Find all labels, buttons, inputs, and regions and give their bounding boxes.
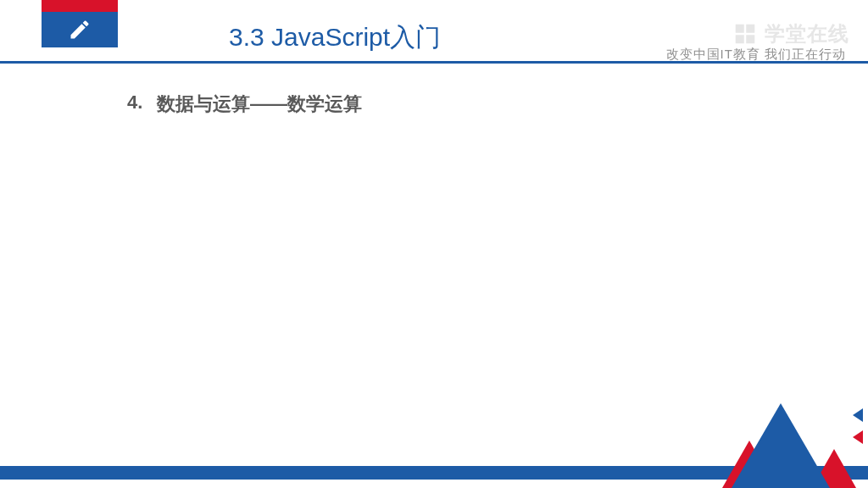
content-text: 数据与运算——数学运算 — [157, 92, 362, 117]
decor-triangle-blue — [732, 403, 830, 488]
header-red-accent — [42, 0, 118, 12]
content-heading: 4. 数据与运算——数学运算 — [127, 92, 362, 117]
content-number: 4. — [127, 92, 157, 117]
pencil-icon — [68, 18, 92, 42]
watermark-text: 学堂在线 — [765, 20, 849, 47]
watermark: 学堂在线 — [732, 20, 849, 47]
page-title: 3.3 JavaScript入门 — [229, 20, 441, 55]
decor-arrow-red — [853, 430, 863, 444]
header-blue-tab — [42, 12, 118, 47]
decor-arrow-blue — [853, 408, 863, 422]
header-underline-main — [142, 61, 868, 64]
header-underline-left — [0, 61, 142, 64]
watermark-logo-icon — [732, 21, 758, 47]
